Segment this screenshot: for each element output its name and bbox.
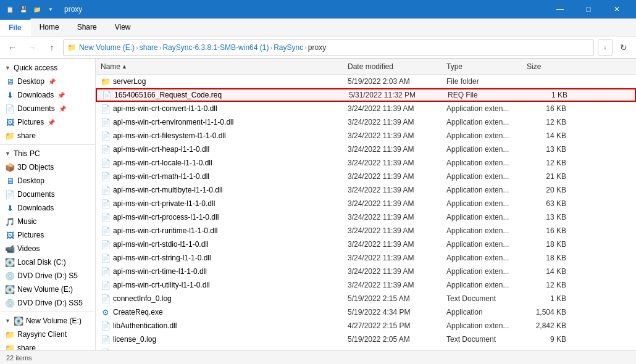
- file-name-label: api-ms-win-crt-environment-l1-1-0.dll: [113, 118, 233, 126]
- address-dropdown-button[interactable]: ↓: [598, 39, 613, 56]
- table-row[interactable]: 📄 api-ms-win-crt-process-l1-1-0.dll 3/24…: [96, 210, 636, 224]
- close-button[interactable]: ✕: [603, 0, 631, 19]
- sidebar-item-localdisk[interactable]: 💽 Local Disk (C:): [0, 255, 95, 269]
- table-row[interactable]: 📄 license_0.log 5/19/2022 2:05 AM Text D…: [96, 333, 636, 346]
- col-header-type[interactable]: Type: [441, 62, 522, 71]
- table-row[interactable]: 📁 serverLog 5/19/2022 2:03 AM File folde…: [96, 75, 636, 88]
- sidebar-item-pictures-quick[interactable]: 🖼 Pictures 📌: [0, 115, 95, 129]
- sidebar-item-documents-pc[interactable]: 📄 Documents: [0, 188, 95, 201]
- table-row[interactable]: 📄 1654065166_Request_Code.req 5/31/2022 …: [96, 88, 636, 102]
- documents-icon: 📄: [5, 104, 15, 114]
- table-row[interactable]: 📄 api-ms-win-crt-stdio-l1-1-0.dll 3/24/2…: [96, 238, 636, 251]
- minimize-button[interactable]: —: [546, 0, 574, 19]
- tab-share[interactable]: Share: [69, 19, 106, 36]
- dropdown-arrow-icon[interactable]: ▼: [46, 4, 56, 14]
- file-name-label: libAuthentication.dll: [113, 321, 177, 330]
- table-row[interactable]: 📄 libAuthentication.dll 4/27/2022 2:15 P…: [96, 319, 636, 333]
- file-cell-size: 21 KB: [522, 172, 571, 181]
- address-bar[interactable]: 📁 New Volume (E:) › share › RaySync-6.3.…: [63, 39, 594, 56]
- breadcrumb-raysync[interactable]: RaySync: [274, 43, 303, 52]
- sidebar-item-3dobjects[interactable]: 📦 3D Objects: [0, 160, 95, 174]
- table-row[interactable]: 📄 connectInfo_0.log 5/19/2022 2:15 AM Te…: [96, 292, 636, 305]
- file-cell-date: 3/24/2022 11:39 AM: [343, 254, 441, 262]
- this-pc-header[interactable]: ▼ This PC: [0, 147, 95, 160]
- file-type-icon: 📄: [101, 104, 111, 114]
- sidebar-share-label: share: [17, 131, 36, 140]
- breadcrumb-share[interactable]: share: [140, 43, 158, 52]
- sidebar-item-documents-quick[interactable]: 📄 Documents 📌: [0, 102, 95, 115]
- breadcrumb-newvolume[interactable]: New Volume (E:): [79, 43, 135, 52]
- sidebar-newvolume-e-label: New Volume (E:): [26, 316, 82, 325]
- sidebar-item-downloads-pc[interactable]: ⬇ Downloads: [0, 201, 95, 215]
- maximize-button[interactable]: □: [574, 0, 603, 19]
- file-cell-name: 📄 api-ms-win-crt-filesystem-l1-1-0.dll: [96, 131, 343, 141]
- file-cell-name: 📄 license_config: [96, 348, 343, 350]
- file-cell-date: 3/24/2022 11:39 AM: [343, 131, 441, 140]
- newvolume-icon: 💽: [5, 284, 15, 294]
- file-cell-type: Application exten...: [441, 118, 522, 126]
- sidebar-item-desktop-pc[interactable]: 🖥 Desktop: [0, 174, 95, 188]
- file-type-icon: 📄: [101, 226, 111, 236]
- file-type-icon: 📄: [101, 185, 111, 195]
- col-header-name[interactable]: Name ▲: [96, 62, 343, 71]
- table-row[interactable]: 📄 api-ms-win-crt-private-l1-1-0.dll 3/24…: [96, 197, 636, 210]
- sidebar-item-desktop-quick[interactable]: 🖥 Desktop 📌: [0, 75, 95, 88]
- file-cell-size: 9 KB: [522, 335, 571, 344]
- table-row[interactable]: 📄 api-ms-win-crt-time-l1-1-0.dll 3/24/20…: [96, 265, 636, 278]
- quick-access-label: Quick access: [14, 64, 57, 72]
- file-cell-type: Text Document: [441, 335, 522, 344]
- sidebar-item-music[interactable]: 🎵 Music: [0, 215, 95, 228]
- sidebar-item-raysync-client[interactable]: 📁 Raysync Client: [0, 328, 95, 341]
- sidebar-item-downloads-quick[interactable]: ⬇ Downloads 📌: [0, 88, 95, 102]
- file-name-label: api-ms-win-crt-private-l1-1-0.dll: [113, 199, 215, 208]
- table-row[interactable]: 📄 api-ms-win-crt-filesystem-l1-1-0.dll 3…: [96, 129, 636, 143]
- forward-button[interactable]: →: [23, 39, 41, 56]
- file-type-icon: 📄: [102, 90, 112, 100]
- table-row[interactable]: 📄 api-ms-win-crt-runtime-l1-1-0.dll 3/24…: [96, 224, 636, 238]
- breadcrumb-raysync-folder[interactable]: RaySync-6.3.8.1-SMB-win64 (1): [162, 43, 269, 52]
- file-cell-type: REQ File: [443, 91, 523, 99]
- sidebar-downloads-pc-label: Downloads: [17, 204, 54, 212]
- sidebar-item-pictures-pc[interactable]: 🖼 Pictures: [0, 228, 95, 242]
- sidebar-dvd-d2-label: DVD Drive (D:) SS5: [17, 299, 83, 307]
- col-header-date[interactable]: Date modified: [343, 62, 441, 71]
- file-type-icon: 📄: [101, 239, 111, 249]
- tab-home[interactable]: Home: [31, 19, 69, 36]
- sidebar-raysync-client-label: Raysync Client: [17, 330, 67, 339]
- refresh-button[interactable]: ↻: [615, 39, 632, 56]
- col-header-size[interactable]: Size: [522, 62, 571, 71]
- table-row[interactable]: 📄 api-ms-win-crt-locale-l1-1-0.dll 3/24/…: [96, 156, 636, 170]
- back-button[interactable]: ←: [4, 39, 21, 56]
- breadcrumb-sep-3: ›: [270, 44, 272, 51]
- quick-access-header[interactable]: ▼ Quick access: [0, 61, 95, 75]
- up-button[interactable]: ↑: [43, 39, 61, 56]
- sidebar-item-dvddrive-d[interactable]: 💿 DVD Drive (D:) S5: [0, 269, 95, 283]
- file-cell-size: 14 KB: [522, 267, 571, 276]
- table-row[interactable]: 📄 api-ms-win-crt-environment-l1-1-0.dll …: [96, 115, 636, 129]
- table-row[interactable]: ⚙ CreateReq.exe 5/19/2022 4:34 PM Applic…: [96, 305, 636, 319]
- table-row[interactable]: 📄 license_config 5/19/2022 2:05 AM File …: [96, 346, 636, 350]
- sidebar-item-dvddrive-d2[interactable]: 💿 DVD Drive (D:) SS5: [0, 296, 95, 310]
- table-row[interactable]: 📄 api-ms-win-crt-heap-l1-1-0.dll 3/24/20…: [96, 143, 636, 156]
- sidebar-item-newvolume-e[interactable]: ▼ 💽 New Volume (E:): [0, 314, 95, 328]
- file-type-icon: ⚙: [101, 307, 111, 317]
- file-cell-type: Application exten...: [441, 159, 522, 167]
- tab-file[interactable]: File: [0, 19, 31, 36]
- table-row[interactable]: 📄 api-ms-win-crt-string-l1-1-0.dll 3/24/…: [96, 251, 636, 265]
- desktop-pc-icon: 🖥: [5, 176, 15, 186]
- file-cell-size: 12 KB: [522, 159, 571, 167]
- table-row[interactable]: 📄 api-ms-win-crt-convert-l1-1-0.dll 3/24…: [96, 102, 636, 115]
- nav-bar: ← → ↑ 📁 New Volume (E:) › share › RaySyn…: [0, 36, 636, 59]
- sidebar-item-newvolume[interactable]: 💽 New Volume (E:): [0, 283, 95, 296]
- sidebar-item-share-bottom[interactable]: 📁 share: [0, 341, 95, 350]
- sidebar-item-videos[interactable]: 📹 Videos: [0, 242, 95, 255]
- title-bar-icon-2: 💾: [19, 4, 28, 14]
- sidebar-documents-pc-label: Documents: [17, 190, 55, 199]
- table-row[interactable]: 📄 api-ms-win-crt-multibyte-l1-1-0.dll 3/…: [96, 183, 636, 197]
- table-row[interactable]: 📄 api-ms-win-crt-utility-l1-1-0.dll 3/24…: [96, 278, 636, 292]
- tab-view[interactable]: View: [106, 19, 140, 36]
- file-cell-name: 📄 api-ms-win-crt-private-l1-1-0.dll: [96, 199, 343, 209]
- table-row[interactable]: 📄 api-ms-win-crt-math-l1-1-0.dll 3/24/20…: [96, 170, 636, 183]
- file-rows-container: 📁 serverLog 5/19/2022 2:03 AM File folde…: [96, 75, 636, 350]
- sidebar-item-share-quick[interactable]: 📁 share: [0, 129, 95, 143]
